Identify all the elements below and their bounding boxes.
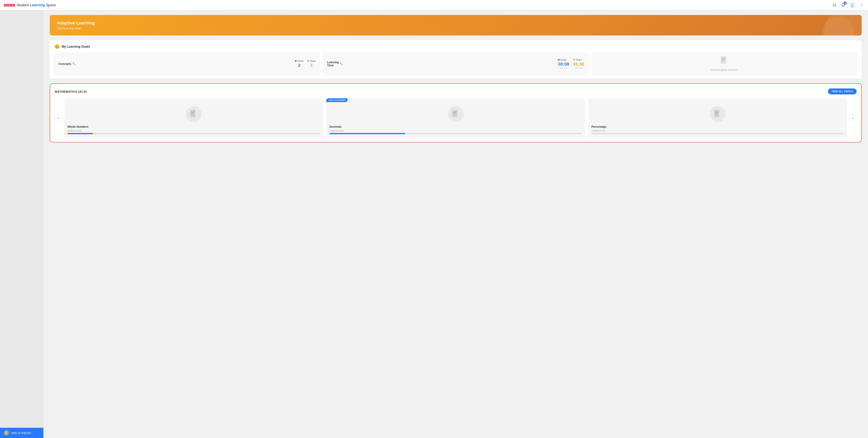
svg-rect-18 [453, 114, 455, 114]
avatar[interactable] [849, 2, 856, 8]
help-smiley-icon: 😊 [4, 430, 9, 436]
svg-line-1 [835, 6, 836, 7]
help-us-improve-banner[interactable]: 😊 Help us improve [0, 428, 43, 438]
svg-point-5 [861, 5, 862, 5]
topic-card-percentage[interactable]: Percentage COMPLETION [588, 98, 847, 137]
time-actual-dot-icon [558, 59, 560, 61]
nav-actions: 18 [832, 2, 864, 8]
time-actual-block: Actual 00:08 HH : MM [558, 59, 569, 69]
svg-point-3 [851, 6, 854, 7]
concepts-label: Concepts ✏️ [59, 62, 75, 65]
notification-count: 18 [843, 2, 847, 5]
svg-rect-10 [722, 61, 724, 61]
goals-row: Concepts ✏️ Actual 2 [55, 53, 857, 75]
logo[interactable]: SINGAPORE Student Learning Space [4, 3, 56, 7]
main-content: Adaptive Learning Start learning today! … [43, 10, 868, 438]
time-target-unit: HH : MM [573, 67, 584, 69]
subject-section: MATHEMATICS (ALS) VIEW ALL TOPICS ‹ [50, 83, 862, 142]
time-target-dot-icon [573, 59, 575, 61]
carousel-prev-button[interactable]: ‹ [55, 114, 62, 122]
whole-numbers-name: Whole Numbers [67, 125, 320, 128]
decimals-progress-bar [330, 133, 582, 134]
time-target-value: 01:30 [573, 62, 584, 67]
svg-rect-8 [722, 58, 725, 59]
concepts-actual-block: Actual 2 [295, 60, 303, 68]
app-name: Student Learning Space [17, 3, 56, 7]
whole-numbers-icon-wrap [186, 106, 202, 122]
whole-numbers-progress-bar [67, 133, 320, 134]
decimals-name: Decimals [330, 125, 582, 128]
decimals-file-icon [452, 110, 460, 119]
svg-rect-21 [715, 113, 718, 113]
no-incomplete-text: No incomplete sessions [711, 68, 738, 71]
percentage-name: Percentage [591, 125, 844, 128]
svg-rect-14 [191, 114, 193, 114]
concepts-edit-icon[interactable]: ✏️ [72, 62, 75, 65]
view-all-topics-button[interactable]: VIEW ALL TOPICS [828, 89, 857, 94]
time-actual-unit: HH : MM [558, 67, 569, 69]
logo-space: Space [46, 3, 56, 7]
adaptive-learning-banner[interactable]: Adaptive Learning Start learning today! [50, 15, 862, 35]
decimals-progress-fill [330, 133, 405, 134]
topics-grid: Whole Numbers COMPLETION LAST ACCESSED [64, 98, 847, 137]
learning-time-label: LearningTime ✏️ [327, 61, 343, 67]
svg-rect-20 [715, 112, 718, 112]
topics-carousel: ‹ Who [55, 98, 857, 137]
logo-learning: Learning [30, 3, 45, 7]
learning-time-goal-item: LearningTime ✏️ Actual 00:08 HH : MM [323, 53, 588, 75]
concepts-target-value: 1 [307, 63, 316, 68]
carousel-next-button[interactable]: › [849, 114, 857, 122]
page-layout: Adaptive Learning Start learning today! … [0, 10, 868, 438]
search-icon[interactable] [832, 2, 837, 8]
svg-rect-17 [453, 113, 456, 113]
actual-dot-icon [295, 60, 297, 62]
svg-rect-16 [453, 112, 456, 112]
top-navigation: SINGAPORE Student Learning Space 18 [0, 0, 868, 10]
goals-smiley-icon: 😊 [55, 44, 60, 49]
singapore-label: SINGAPORE [4, 4, 15, 6]
percentage-progress-bar [591, 133, 844, 134]
concepts-stats: Actual 2 Target 1 [295, 60, 316, 68]
learning-time-edit-icon[interactable]: ✏️ [340, 62, 343, 65]
percentage-completion-label: COMPLETION [591, 130, 606, 132]
learning-time-stats: Actual 00:08 HH : MM Target 01:30 HH : M [558, 59, 584, 69]
banner-title: Adaptive Learning [57, 21, 855, 26]
incomplete-sessions-icon [720, 56, 728, 67]
goals-header: 😊 My Learning Goals [55, 44, 857, 49]
decimals-icon-wrap [448, 106, 464, 122]
notification-bell-icon[interactable]: 18 [840, 2, 846, 8]
whole-numbers-file-icon [190, 110, 197, 119]
banner-subtitle: Start learning today! [57, 27, 855, 30]
last-accessed-badge: LAST ACCESSED [326, 98, 348, 102]
more-menu-icon[interactable] [859, 2, 864, 8]
goals-title: My Learning Goals [62, 45, 90, 48]
concepts-actual-value: 2 [295, 63, 303, 68]
decimals-completion-label: COMPLETION [330, 130, 343, 132]
time-target-block: Target 01:30 HH : MM [573, 59, 584, 69]
whole-numbers-progress-fill [67, 133, 93, 134]
whole-numbers-completion-label: COMPLETION [67, 130, 82, 132]
svg-point-4 [861, 4, 862, 4]
topic-card-whole-numbers[interactable]: Whole Numbers COMPLETION [64, 98, 323, 137]
logo-student: Student [17, 3, 29, 7]
svg-rect-13 [191, 113, 194, 113]
sidebar [0, 10, 43, 438]
concepts-target-block: Target 1 [307, 60, 316, 68]
svg-point-2 [851, 4, 853, 5]
percentage-icon-wrap [710, 106, 725, 122]
svg-rect-22 [715, 114, 717, 114]
svg-point-6 [861, 6, 862, 7]
svg-rect-9 [722, 59, 725, 60]
target-dot-icon [307, 60, 309, 62]
no-incomplete-sessions-item: No incomplete sessions [592, 53, 857, 75]
subject-title: MATHEMATICS (ALS) [55, 90, 87, 93]
percentage-file-icon [714, 110, 721, 119]
subject-header: MATHEMATICS (ALS) VIEW ALL TOPICS [55, 89, 857, 94]
time-actual-value: 00:08 [558, 62, 569, 67]
learning-goals-card: 😊 My Learning Goals Concepts ✏️ Actual [50, 40, 862, 79]
topic-card-decimals[interactable]: LAST ACCESSED Decimals COMPLETION [326, 98, 585, 137]
svg-rect-12 [191, 112, 194, 112]
concepts-goal-item: Concepts ✏️ Actual 2 [55, 53, 320, 75]
help-label: Help us improve [11, 431, 31, 434]
